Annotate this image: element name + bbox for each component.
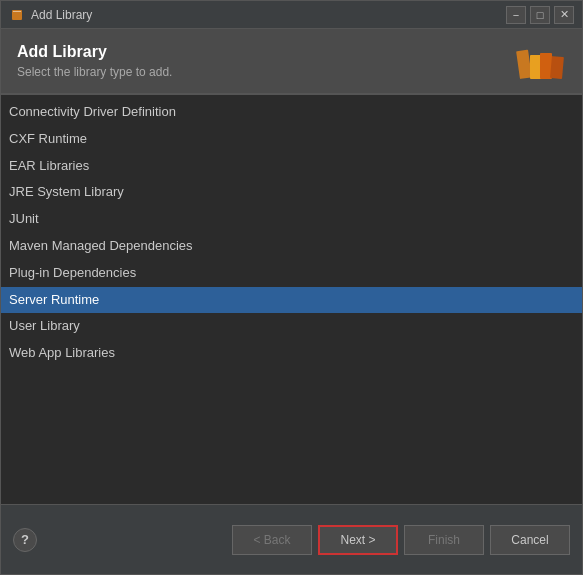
list-item-cxf[interactable]: CXF Runtime: [1, 126, 582, 153]
list-item-webapp[interactable]: Web App Libraries: [1, 340, 582, 367]
list-item-plugin[interactable]: Plug-in Dependencies: [1, 260, 582, 287]
window-controls: − □ ✕: [506, 6, 574, 24]
add-library-window: Add Library − □ ✕ Add Library Select the…: [0, 0, 583, 575]
dialog-footer: ? < Back Next > Finish Cancel: [1, 504, 582, 574]
list-item-junit[interactable]: JUnit: [1, 206, 582, 233]
books-icon: [518, 41, 566, 81]
list-item-server[interactable]: Server Runtime: [1, 287, 582, 314]
header-text-group: Add Library Select the library type to a…: [17, 43, 172, 79]
list-item-user[interactable]: User Library: [1, 313, 582, 340]
help-button[interactable]: ?: [13, 528, 37, 552]
dialog-header: Add Library Select the library type to a…: [1, 29, 582, 94]
cancel-button[interactable]: Cancel: [490, 525, 570, 555]
close-button[interactable]: ✕: [554, 6, 574, 24]
svg-rect-1: [13, 11, 21, 12]
list-item-jre[interactable]: JRE System Library: [1, 179, 582, 206]
footer-left: ?: [13, 528, 37, 552]
dialog-title: Add Library: [17, 43, 172, 61]
finish-button[interactable]: Finish: [404, 525, 484, 555]
library-list[interactable]: Connectivity Driver DefinitionCXF Runtim…: [1, 95, 582, 504]
list-item-connectivity[interactable]: Connectivity Driver Definition: [1, 99, 582, 126]
footer-buttons: < Back Next > Finish Cancel: [232, 525, 570, 555]
next-button[interactable]: Next >: [318, 525, 398, 555]
window-title: Add Library: [31, 8, 506, 22]
minimize-button[interactable]: −: [506, 6, 526, 24]
window-icon: [9, 7, 25, 23]
dialog-subtitle: Select the library type to add.: [17, 65, 172, 79]
restore-button[interactable]: □: [530, 6, 550, 24]
list-item-ear[interactable]: EAR Libraries: [1, 153, 582, 180]
title-bar: Add Library − □ ✕: [1, 1, 582, 29]
main-content: Connectivity Driver DefinitionCXF Runtim…: [1, 95, 582, 504]
back-button[interactable]: < Back: [232, 525, 312, 555]
list-item-maven[interactable]: Maven Managed Dependencies: [1, 233, 582, 260]
